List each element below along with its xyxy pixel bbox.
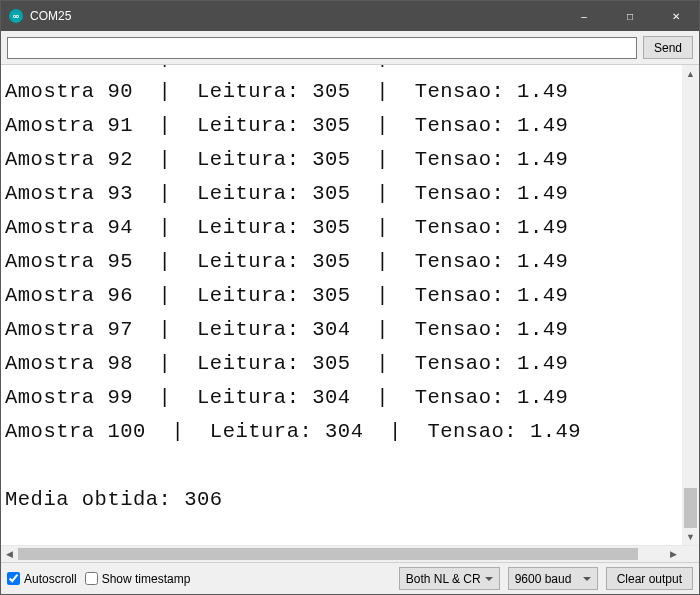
timestamp-checkbox[interactable]: Show timestamp xyxy=(85,572,191,586)
clear-output-button[interactable]: Clear output xyxy=(606,567,693,590)
line-ending-select[interactable]: Both NL & CR xyxy=(399,567,500,590)
console-viewport[interactable]: Amostra 89 | Leitura: 305 | Tensao: 1.49… xyxy=(1,65,699,545)
scroll-up-icon[interactable]: ▲ xyxy=(682,65,699,82)
arduino-icon: ∞ xyxy=(9,9,23,23)
autoscroll-input[interactable] xyxy=(7,572,20,585)
scroll-down-icon[interactable]: ▼ xyxy=(682,528,699,545)
timestamp-label: Show timestamp xyxy=(102,572,191,586)
horizontal-scrollbar[interactable]: ◀ ▶ xyxy=(1,545,699,562)
scroll-corner xyxy=(682,546,699,562)
console-area: Amostra 89 | Leitura: 305 | Tensao: 1.49… xyxy=(1,65,699,562)
timestamp-input[interactable] xyxy=(85,572,98,585)
hscroll-track[interactable] xyxy=(18,546,665,562)
autoscroll-label: Autoscroll xyxy=(24,572,77,586)
serial-monitor-window: ∞ COM25 – □ ✕ Send Amostra 89 | Leitura:… xyxy=(0,0,700,595)
baud-value: 9600 baud xyxy=(515,572,572,586)
send-button[interactable]: Send xyxy=(643,36,693,59)
close-button[interactable]: ✕ xyxy=(653,1,699,31)
line-ending-value: Both NL & CR xyxy=(406,572,481,586)
vscroll-track[interactable] xyxy=(682,82,699,528)
window-title: COM25 xyxy=(30,9,71,23)
vertical-scrollbar[interactable]: ▲ ▼ xyxy=(682,65,699,545)
serial-input[interactable] xyxy=(7,37,637,59)
autoscroll-checkbox[interactable]: Autoscroll xyxy=(7,572,77,586)
console-text: Amostra 89 | Leitura: 305 | Tensao: 1.49… xyxy=(1,65,682,517)
scroll-right-icon[interactable]: ▶ xyxy=(665,546,682,562)
minimize-button[interactable]: – xyxy=(561,1,607,31)
footer-bar: Autoscroll Show timestamp Both NL & CR 9… xyxy=(1,562,699,594)
baud-select[interactable]: 9600 baud xyxy=(508,567,598,590)
vscroll-thumb[interactable] xyxy=(684,488,697,528)
maximize-button[interactable]: □ xyxy=(607,1,653,31)
titlebar[interactable]: ∞ COM25 – □ ✕ xyxy=(1,1,699,31)
scroll-left-icon[interactable]: ◀ xyxy=(1,546,18,562)
send-row: Send xyxy=(1,31,699,65)
hscroll-thumb[interactable] xyxy=(18,548,638,560)
